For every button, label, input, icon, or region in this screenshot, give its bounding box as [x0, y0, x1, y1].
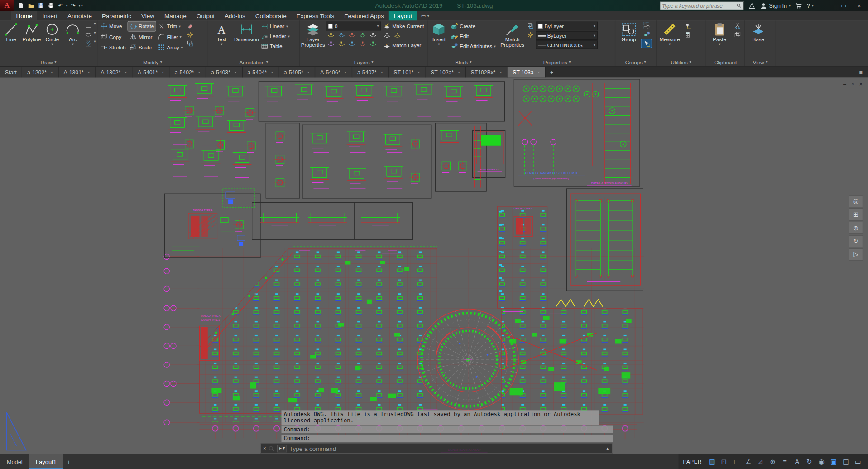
quick-select-icon[interactable]: [682, 22, 692, 30]
file-tab[interactable]: ST102Bx*×: [466, 67, 508, 77]
scale-button[interactable]: Scale: [128, 43, 156, 52]
show-motion-icon[interactable]: ▷: [849, 248, 863, 261]
file-tab[interactable]: a-5403*×: [206, 67, 242, 77]
layer-tool-icon-12[interactable]: [392, 32, 402, 40]
layer-tool-icon-8[interactable]: [347, 40, 357, 48]
ellipse-icon[interactable]: [83, 30, 93, 39]
dimension-button[interactable]: Dimension: [234, 22, 259, 58]
command-close-icon[interactable]: ×: [263, 445, 266, 451]
linetype-combo[interactable]: CONTINUOUS▾: [536, 40, 598, 49]
fillet-button[interactable]: Fillet▾: [156, 32, 185, 42]
redo-caret-icon[interactable]: ▾: [78, 3, 80, 8]
erase-icon[interactable]: [185, 22, 195, 30]
group-button[interactable]: Group: [617, 22, 641, 58]
layer-select-combo[interactable]: 0▾: [326, 22, 381, 31]
tab-output[interactable]: Output: [192, 11, 220, 20]
file-tab[interactable]: a-1202*×: [22, 67, 58, 77]
property-tool-icon-2[interactable]: [525, 30, 535, 39]
help-icon[interactable]: ?▾: [807, 3, 814, 9]
new-file-icon[interactable]: [16, 1, 25, 10]
group-selection-toggle-icon[interactable]: [642, 39, 652, 48]
layer-tool-icon-1[interactable]: [326, 31, 336, 39]
new-layout-button[interactable]: +: [63, 458, 74, 465]
panel-title-block[interactable]: Block▾: [428, 58, 499, 66]
maximize-button[interactable]: ▭: [836, 0, 851, 11]
doc-close-icon[interactable]: ×: [859, 81, 863, 87]
search-icon[interactable]: [736, 3, 742, 8]
sign-in-button[interactable]: Sign In▾: [760, 2, 791, 9]
tab-close-icon[interactable]: ×: [198, 70, 201, 75]
object-isolate-icon[interactable]: ▤: [840, 456, 851, 467]
autodesk-account-icon[interactable]: [748, 2, 756, 9]
tab-close-icon[interactable]: ×: [234, 70, 237, 75]
doc-restore-icon[interactable]: ▫: [852, 81, 854, 87]
cut-icon[interactable]: [732, 22, 742, 30]
tab-view[interactable]: View: [136, 11, 159, 20]
edit-block-button[interactable]: Edit: [449, 32, 498, 41]
rotate-button[interactable]: Rotate: [128, 22, 156, 31]
offset-icon[interactable]: [185, 39, 195, 48]
tab-collaborate[interactable]: Collaborate: [250, 11, 292, 20]
help-search[interactable]: [660, 1, 744, 10]
tab-overflow-menu-icon[interactable]: ≡: [854, 67, 868, 77]
tab-close-icon[interactable]: ×: [307, 70, 310, 75]
panel-title-annotation[interactable]: Annotation▾: [208, 58, 299, 66]
plot-icon[interactable]: [46, 1, 56, 10]
create-block-button[interactable]: Create: [449, 22, 498, 31]
tab-annotate[interactable]: Annotate: [62, 11, 97, 20]
text-button[interactable]: Text▾: [209, 22, 234, 58]
tab-close-icon[interactable]: ×: [537, 70, 540, 75]
rectangle-icon[interactable]: [83, 22, 93, 30]
linear-button[interactable]: Linear▾: [259, 22, 292, 31]
move-button[interactable]: Move: [99, 22, 128, 31]
layer-tool-icon-10[interactable]: [368, 40, 378, 48]
tab-close-icon[interactable]: ×: [499, 70, 502, 75]
tab-close-icon[interactable]: ×: [458, 70, 460, 75]
tab-close-icon[interactable]: ×: [162, 70, 164, 75]
quick-calculator-icon[interactable]: [682, 30, 692, 39]
tab-express-tools[interactable]: Express Tools: [292, 11, 340, 20]
line-button[interactable]: Line: [1, 22, 21, 58]
workspace-switching-icon[interactable]: ▣: [828, 456, 839, 467]
grid-icon[interactable]: ▦: [706, 456, 717, 467]
search-input[interactable]: [662, 3, 736, 9]
file-tab[interactable]: a-5404*×: [242, 67, 278, 77]
copy-clip-icon[interactable]: [732, 30, 742, 39]
save-icon[interactable]: [36, 1, 46, 10]
lineweight-display-icon[interactable]: ≡: [779, 456, 790, 467]
panel-title-draw[interactable]: Draw▾: [0, 58, 97, 66]
measure-button[interactable]: Measure▾: [657, 22, 682, 58]
layer-tool-icon-3[interactable]: [347, 31, 357, 39]
tab-addins[interactable]: Add-ins: [220, 11, 250, 20]
doc-minimize-icon[interactable]: –: [843, 81, 846, 87]
layer-tool-icon-6[interactable]: [326, 40, 336, 48]
edit-attributes-button[interactable]: Edit Attributes▾: [449, 42, 498, 51]
close-button[interactable]: ×: [851, 0, 867, 11]
tab-close-icon[interactable]: ×: [87, 70, 90, 75]
file-tab[interactable]: a-5407*×: [352, 67, 388, 77]
panel-title-utilities[interactable]: Utilities▾: [657, 58, 706, 66]
minimize-button[interactable]: –: [820, 0, 836, 11]
annotation-visibility-icon[interactable]: A: [791, 456, 802, 467]
autocad-logo-icon[interactable]: A: [0, 0, 14, 11]
layer-tool-icon-2[interactable]: [336, 31, 346, 39]
file-tab[interactable]: A-5406*×: [315, 67, 352, 77]
array-button[interactable]: Array▾: [156, 43, 185, 52]
circle-button[interactable]: Circle▾: [42, 22, 62, 58]
panel-title-clipboard[interactable]: Clipboard: [706, 58, 744, 66]
property-tool-icon-1[interactable]: [525, 22, 535, 30]
stretch-button[interactable]: Stretch: [99, 43, 128, 52]
pan-icon[interactable]: ⊞: [849, 208, 863, 221]
isodraft-icon[interactable]: ⊿: [755, 456, 766, 467]
explode-icon[interactable]: [185, 30, 195, 39]
full-navigation-wheel-icon[interactable]: ◎: [849, 195, 863, 208]
file-tab-active[interactable]: ST-103a×: [508, 67, 546, 77]
file-tab[interactable]: A-1301*×: [58, 67, 96, 77]
leader-button[interactable]: Leader▾: [259, 32, 292, 41]
object-snap-icon[interactable]: ⊕: [767, 456, 778, 467]
undo-icon[interactable]: ↶: [56, 1, 66, 10]
match-layer-button[interactable]: Match Layer: [382, 40, 426, 50]
new-drawing-tab-button[interactable]: +: [546, 67, 558, 77]
open-file-icon[interactable]: [26, 1, 35, 10]
polyline-button[interactable]: Polyline: [22, 22, 42, 58]
